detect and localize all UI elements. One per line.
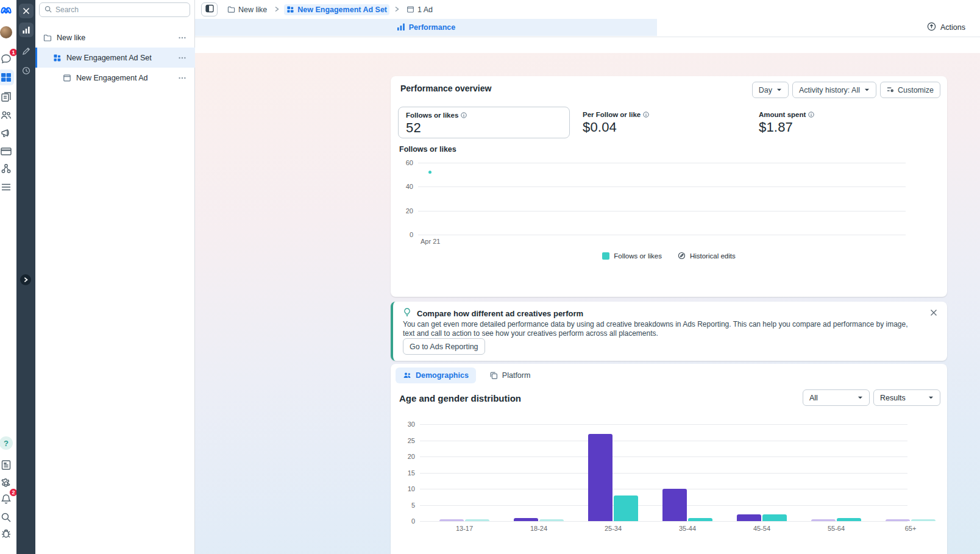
tip-body: You can get even more detailed performan… bbox=[403, 320, 909, 338]
campaigns-table-icon[interactable] bbox=[0, 69, 14, 85]
select-value: All bbox=[809, 394, 818, 402]
bell-icon[interactable]: 2 bbox=[0, 491, 14, 507]
tip-header: Compare how different ad creatives perfo… bbox=[403, 308, 583, 319]
tab-label: Platform bbox=[502, 371, 531, 380]
chat-icon[interactable]: 1 bbox=[0, 51, 14, 67]
bar-13-17-gender-b[interactable] bbox=[465, 519, 489, 521]
search-input[interactable] bbox=[55, 5, 185, 14]
people-icon[interactable] bbox=[0, 107, 14, 123]
y-axis-tick: 15 bbox=[408, 469, 415, 477]
info-icon bbox=[808, 112, 814, 118]
bar-18-24-gender-b[interactable] bbox=[539, 519, 564, 521]
bar-45-54-gender-b[interactable] bbox=[762, 514, 787, 521]
row-menu-button[interactable] bbox=[178, 34, 186, 42]
date-grain-value: Day bbox=[759, 86, 772, 94]
actions-label: Actions bbox=[940, 23, 965, 32]
y-axis-tick: 20 bbox=[408, 453, 415, 460]
tree-item-new-engagement-ad-set[interactable]: New Engagement Ad Set bbox=[35, 48, 195, 68]
magnifier-icon[interactable] bbox=[0, 510, 14, 525]
legend-item[interactable]: Historical edits bbox=[678, 252, 736, 260]
metric-follows-or-likes[interactable]: Follows or likes52 bbox=[398, 107, 570, 138]
help-icon[interactable]: ? bbox=[0, 435, 14, 451]
tab-platform[interactable]: Platform bbox=[482, 368, 538, 383]
close-icon[interactable] bbox=[930, 308, 939, 316]
bar-55-64-gender-a[interactable] bbox=[811, 519, 836, 521]
breakdown-tabs: DemographicsPlatform bbox=[396, 368, 538, 383]
folder-icon bbox=[43, 33, 52, 43]
tree-item-new-like[interactable]: New like bbox=[35, 27, 195, 48]
gridline bbox=[420, 521, 907, 522]
avatar[interactable] bbox=[0, 24, 14, 40]
gridline bbox=[420, 424, 907, 425]
bar-45-54-gender-a[interactable] bbox=[737, 514, 761, 521]
bar-55-64-gender-b[interactable] bbox=[837, 518, 861, 521]
metric-label: Per Follow or like bbox=[583, 111, 649, 118]
bar-chart-button[interactable] bbox=[19, 23, 34, 37]
caret-down-icon bbox=[864, 86, 870, 94]
tree-item-new-engagement-ad[interactable]: New Engagement Ad bbox=[35, 68, 195, 88]
header-divider bbox=[195, 37, 980, 37]
filter-select-all[interactable]: All bbox=[803, 389, 870, 406]
gridline bbox=[420, 441, 907, 441]
people-duo-icon bbox=[403, 371, 411, 380]
metric-per-follow-or-like: Per Follow or like$0.04 bbox=[583, 107, 649, 140]
bar-13-17-gender-a[interactable] bbox=[439, 519, 464, 521]
bar-25-34-gender-a[interactable] bbox=[588, 434, 612, 521]
tree-item-label: New Engagement Ad Set bbox=[66, 54, 152, 62]
tree-search[interactable] bbox=[39, 2, 190, 17]
breadcrumb-label: 1 Ad bbox=[417, 5, 433, 14]
bar-35-44-gender-a[interactable] bbox=[662, 489, 687, 521]
menu-lines-icon[interactable] bbox=[0, 179, 14, 195]
actions-button[interactable]: Actions bbox=[927, 21, 965, 34]
go-to-ads-reporting-button[interactable]: Go to Ads Reporting bbox=[403, 338, 485, 355]
metric-label-text: Follows or likes bbox=[406, 112, 458, 119]
bug-icon[interactable] bbox=[0, 525, 14, 541]
metric-label-text: Per Follow or like bbox=[583, 111, 641, 118]
news-doc-icon[interactable] bbox=[0, 457, 14, 473]
meta-logo-icon[interactable] bbox=[0, 2, 14, 18]
breadcrumb-item[interactable]: New Engagement Ad Set bbox=[284, 4, 389, 15]
metric-label: Amount spent bbox=[759, 111, 814, 118]
y-axis-tick: 20 bbox=[406, 207, 413, 215]
demographics-card: DemographicsPlatform Age and gender dist… bbox=[391, 364, 947, 554]
metric-amount-spent: Amount spent$1.87 bbox=[759, 107, 814, 140]
follows-line-chart: 0204060Apr 21 bbox=[418, 163, 906, 235]
clock-button[interactable] bbox=[19, 63, 34, 78]
gridline bbox=[418, 235, 906, 235]
adset-grid-icon bbox=[52, 53, 62, 63]
y-axis-tick: 0 bbox=[410, 231, 413, 238]
bar-65+-gender-a[interactable] bbox=[886, 519, 910, 521]
expand-panel-button[interactable] bbox=[20, 274, 31, 285]
activity-history-dropdown[interactable]: Activity history: All bbox=[792, 82, 876, 98]
sliders-icon bbox=[887, 86, 893, 94]
bar-18-24-gender-a[interactable] bbox=[514, 518, 538, 521]
y-axis-tick: 5 bbox=[411, 502, 415, 509]
tab-performance[interactable]: Performance bbox=[195, 19, 657, 36]
breadcrumb-item[interactable]: 1 Ad bbox=[404, 4, 435, 15]
bar-35-44-gender-b[interactable] bbox=[688, 518, 712, 521]
chevron-right-icon bbox=[394, 5, 400, 14]
metric-label: Follows or likes bbox=[406, 112, 562, 119]
bar-25-34-gender-b[interactable] bbox=[614, 495, 638, 521]
help-question-icon: ? bbox=[0, 436, 13, 450]
bar-65+-gender-b[interactable] bbox=[911, 519, 936, 521]
info-icon bbox=[643, 112, 649, 118]
asset-nodes-icon[interactable] bbox=[0, 161, 14, 177]
filter-select-results[interactable]: Results bbox=[873, 389, 940, 406]
row-menu-button[interactable] bbox=[178, 74, 186, 82]
customize-button[interactable]: Customize bbox=[880, 82, 940, 98]
close-x-button[interactable] bbox=[19, 4, 34, 18]
row-menu-button[interactable] bbox=[178, 54, 186, 62]
legend-item[interactable]: Follows or likes bbox=[602, 252, 662, 260]
data-point-dot[interactable] bbox=[428, 171, 431, 174]
breadcrumb-item[interactable]: New like bbox=[225, 4, 269, 15]
overview-controls: Day Activity history: All Customize bbox=[752, 82, 940, 98]
billing-card-icon[interactable] bbox=[0, 143, 14, 159]
sidebar-toggle-icon bbox=[205, 4, 214, 15]
pages-icon[interactable] bbox=[0, 89, 14, 105]
pencil-button[interactable] bbox=[19, 44, 34, 59]
sidebar-toggle-button[interactable] bbox=[201, 2, 218, 16]
date-grain-dropdown[interactable]: Day bbox=[752, 82, 789, 98]
tab-demographics[interactable]: Demographics bbox=[396, 368, 476, 383]
megaphone-icon[interactable] bbox=[0, 125, 14, 141]
